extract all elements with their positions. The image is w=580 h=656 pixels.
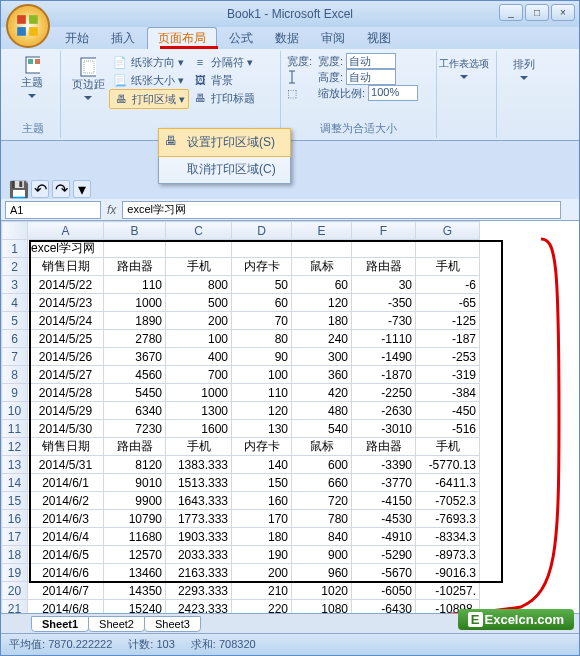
cell[interactable]: 手机: [416, 438, 480, 456]
cell[interactable]: -125: [416, 312, 480, 330]
cell[interactable]: 鼠标: [292, 258, 352, 276]
cell[interactable]: 2780: [104, 330, 166, 348]
cell[interactable]: 800: [166, 276, 232, 294]
cell[interactable]: [292, 240, 352, 258]
cell[interactable]: 60: [232, 294, 292, 312]
cell[interactable]: 路由器: [352, 258, 416, 276]
tab-开始[interactable]: 开始: [55, 28, 99, 49]
cell[interactable]: 110: [104, 276, 166, 294]
row-header[interactable]: 20: [2, 582, 28, 600]
cell[interactable]: 90: [232, 348, 292, 366]
cell[interactable]: 手机: [416, 258, 480, 276]
height-select[interactable]: 自动: [346, 69, 396, 85]
cell[interactable]: 220: [232, 600, 292, 614]
cell[interactable]: 2014/6/6: [28, 564, 104, 582]
col-header-G[interactable]: G: [416, 222, 480, 240]
tab-审阅[interactable]: 审阅: [311, 28, 355, 49]
cell[interactable]: -2630: [352, 402, 416, 420]
cell[interactable]: 8120: [104, 456, 166, 474]
row-header[interactable]: 3: [2, 276, 28, 294]
cell[interactable]: 2163.333: [166, 564, 232, 582]
cell[interactable]: [166, 240, 232, 258]
save-button[interactable]: 💾: [10, 180, 28, 198]
scale-input[interactable]: 100%: [368, 85, 418, 101]
qat-customize[interactable]: ▾: [73, 180, 91, 198]
cell[interactable]: 7230: [104, 420, 166, 438]
row-header[interactable]: 12: [2, 438, 28, 456]
cell[interactable]: 2014/5/30: [28, 420, 104, 438]
cell[interactable]: -6430: [352, 600, 416, 614]
col-header-C[interactable]: C: [166, 222, 232, 240]
cell[interactable]: -1110: [352, 330, 416, 348]
cell[interactable]: -6050: [352, 582, 416, 600]
tab-公式[interactable]: 公式: [219, 28, 263, 49]
spreadsheet-grid[interactable]: ABCDEFG1excel学习网2销售日期路由器手机内存卡鼠标路由器手机3201…: [1, 221, 579, 613]
col-header-B[interactable]: B: [104, 222, 166, 240]
cell[interactable]: 210: [232, 582, 292, 600]
cell[interactable]: 1903.333: [166, 528, 232, 546]
cell[interactable]: -253: [416, 348, 480, 366]
cell[interactable]: -6: [416, 276, 480, 294]
cell[interactable]: 240: [292, 330, 352, 348]
cell[interactable]: 50: [232, 276, 292, 294]
cell[interactable]: 2423.333: [166, 600, 232, 614]
cell[interactable]: 2033.333: [166, 546, 232, 564]
cell[interactable]: 1080: [292, 600, 352, 614]
themes-button[interactable]: 主题: [11, 53, 53, 106]
cell[interactable]: 300: [292, 348, 352, 366]
cell[interactable]: excel学习网: [28, 240, 104, 258]
cell[interactable]: -2250: [352, 384, 416, 402]
cell[interactable]: 60: [292, 276, 352, 294]
cell[interactable]: 2014/6/7: [28, 582, 104, 600]
select-all[interactable]: [2, 222, 28, 240]
cell[interactable]: 15240: [104, 600, 166, 614]
cell[interactable]: 200: [232, 564, 292, 582]
tab-数据[interactable]: 数据: [265, 28, 309, 49]
row-header[interactable]: 8: [2, 366, 28, 384]
cell[interactable]: 2014/6/1: [28, 474, 104, 492]
cell[interactable]: -7052.3: [416, 492, 480, 510]
row-header[interactable]: 17: [2, 528, 28, 546]
cell[interactable]: 110: [232, 384, 292, 402]
cell[interactable]: 销售日期: [28, 258, 104, 276]
col-header-E[interactable]: E: [292, 222, 352, 240]
cell[interactable]: -8334.3: [416, 528, 480, 546]
cell[interactable]: 2014/6/4: [28, 528, 104, 546]
cell[interactable]: -730: [352, 312, 416, 330]
cell[interactable]: -10257.: [416, 582, 480, 600]
cell[interactable]: 120: [232, 402, 292, 420]
cell[interactable]: 2014/5/31: [28, 456, 104, 474]
print-titles-button[interactable]: 🖶打印标题: [189, 89, 258, 107]
cell[interactable]: 2293.333: [166, 582, 232, 600]
cell[interactable]: -3010: [352, 420, 416, 438]
cell[interactable]: 9010: [104, 474, 166, 492]
cell[interactable]: 170: [232, 510, 292, 528]
cell[interactable]: 1300: [166, 402, 232, 420]
cell[interactable]: 路由器: [352, 438, 416, 456]
cell[interactable]: 1643.333: [166, 492, 232, 510]
cell[interactable]: 5450: [104, 384, 166, 402]
cell[interactable]: 2014/6/3: [28, 510, 104, 528]
cell[interactable]: 2014/5/22: [28, 276, 104, 294]
cell[interactable]: -350: [352, 294, 416, 312]
cell[interactable]: 路由器: [104, 438, 166, 456]
cell[interactable]: [104, 240, 166, 258]
row-header[interactable]: 4: [2, 294, 28, 312]
size-button[interactable]: 📃纸张大小 ▾: [109, 71, 189, 89]
cell[interactable]: 540: [292, 420, 352, 438]
cell[interactable]: -6411.3: [416, 474, 480, 492]
row-header[interactable]: 1: [2, 240, 28, 258]
tab-页面布局[interactable]: 页面布局: [147, 27, 217, 49]
cell[interactable]: -9016.3: [416, 564, 480, 582]
clear-print-area-item[interactable]: 取消打印区域(C): [159, 156, 290, 183]
col-header-D[interactable]: D: [232, 222, 292, 240]
cell[interactable]: 130: [232, 420, 292, 438]
row-header[interactable]: 21: [2, 600, 28, 614]
cell[interactable]: -5670: [352, 564, 416, 582]
row-header[interactable]: 2: [2, 258, 28, 276]
close-button[interactable]: ×: [551, 4, 575, 21]
row-header[interactable]: 18: [2, 546, 28, 564]
cell[interactable]: -384: [416, 384, 480, 402]
row-header[interactable]: 13: [2, 456, 28, 474]
tab-插入[interactable]: 插入: [101, 28, 145, 49]
